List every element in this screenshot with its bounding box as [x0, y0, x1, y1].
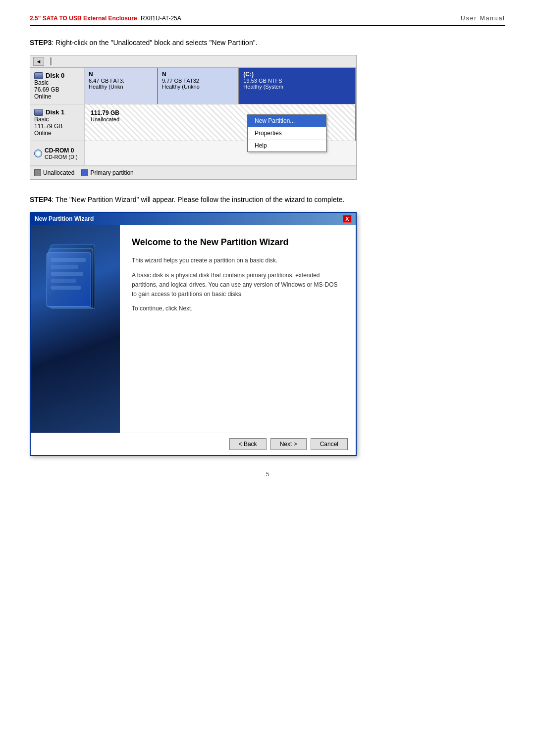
page-number: 5 — [30, 471, 505, 478]
disk1-icon — [34, 109, 43, 116]
legend-primary-label: Primary partition — [90, 169, 133, 176]
disk0-part3: (C:) 19.53 GB NTFS Healthy (System — [239, 68, 356, 104]
step4-label: STEP4 — [30, 196, 52, 203]
legend-primary-box — [81, 169, 88, 176]
disk0-p1-letter: N — [89, 71, 153, 78]
legend-unallocated: Unallocated — [34, 169, 74, 176]
disk0-size: 76.69 GB — [34, 86, 80, 93]
disk1-row: Disk 1 Basic 111.79 GB Online 111.79 GB … — [30, 104, 356, 141]
wizard-title-text: New Partition Wizard — [35, 215, 94, 222]
step3-body: : Right-click on the "Unallocated" block… — [52, 39, 257, 47]
disk0-row: Disk 0 Basic 76.69 GB Online N 6.47 GB F… — [30, 68, 356, 104]
legend-unalloc-label: Unallocated — [43, 169, 74, 176]
disk0-part1: N 6.47 GB FAT3: Healthy (Unkn — [85, 68, 158, 104]
disk1-type: Basic — [34, 116, 80, 123]
product-name: 2.5" SATA TO USB External Enclosure — [30, 15, 137, 22]
wizard-close-button[interactable]: X — [343, 215, 352, 223]
disk0-p2-health: Healthy (Unkno — [162, 84, 234, 90]
product-title: 2.5" SATA TO USB External Enclosure RX81… — [30, 15, 181, 22]
cdrom-drive-label: CD-ROM (D:) — [45, 154, 78, 160]
disk1-status: Online — [34, 130, 80, 137]
disk0-p2-size: 9.77 GB FAT32 — [162, 78, 234, 84]
disk1-size: 111.79 GB — [34, 123, 80, 130]
disk-management-window: ◄ Disk 0 Basic 76.69 GB Online N 6.47 GB… — [30, 55, 357, 180]
disk0-type: Basic — [34, 79, 80, 86]
context-menu-new-partition[interactable]: New Partition... — [248, 115, 326, 127]
legend-row: Unallocated Primary partition — [30, 166, 356, 179]
wizard-window: New Partition Wizard X — [30, 212, 357, 456]
wizard-cancel-button[interactable]: Cancel — [311, 438, 348, 450]
disk-manager-toolbar: ◄ — [30, 55, 356, 68]
step3-label: STEP3 — [30, 39, 52, 47]
disk0-p1-health: Healthy (Unkn — [89, 84, 153, 90]
wizard-back-button[interactable]: < Back — [229, 438, 267, 450]
disk0-partitions: N 6.47 GB FAT3: Healthy (Unkn N 9.77 GB … — [85, 68, 356, 104]
wizard-content: Welcome to the New Partition Wizard This… — [120, 225, 356, 433]
wizard-footer: < Back Next > Cancel — [31, 433, 356, 455]
context-menu: New Partition... Properties Help — [247, 114, 326, 152]
wizard-desc1: This wizard helps you create a partition… — [132, 256, 344, 265]
cdrom-icon — [34, 150, 42, 157]
disk0-icon — [34, 72, 43, 79]
disk-area: Disk 0 Basic 76.69 GB Online N 6.47 GB F… — [30, 68, 356, 179]
wizard-sidebar-image — [31, 225, 120, 433]
disk0-p2-letter: N — [162, 71, 234, 78]
toolbar-separator — [50, 57, 52, 65]
legend-primary: Primary partition — [81, 169, 133, 176]
manual-label: User Manual — [461, 15, 505, 22]
disk1-name: Disk 1 — [34, 108, 80, 116]
wizard-titlebar: New Partition Wizard X — [31, 213, 356, 225]
context-menu-help[interactable]: Help — [248, 140, 326, 151]
disk0-part2: N 9.77 GB FAT32 Healthy (Unkno — [158, 68, 239, 104]
wizard-next-button[interactable]: Next > — [270, 438, 307, 450]
product-code: RX81U-AT-25A — [141, 15, 181, 22]
wizard-desc2: A basic disk is a physical disk that con… — [132, 271, 344, 300]
cdrom-label: CD-ROM 0 CD-ROM (D:) — [30, 141, 85, 165]
disk0-p3-health: Healthy (System — [243, 84, 351, 90]
disk0-p3-size: 19.53 GB NTFS — [243, 78, 351, 84]
disk0-status: Online — [34, 93, 80, 100]
disk0-name: Disk 0 — [34, 72, 80, 79]
wizard-sidebar — [31, 225, 120, 433]
toolbar-back-btn[interactable]: ◄ — [33, 57, 44, 66]
step4-text: STEP4: The "New Partition Wizard" will a… — [30, 195, 505, 205]
disk0-p1-size: 6.47 GB FAT3: — [89, 78, 153, 84]
disk1-label: Disk 1 Basic 111.79 GB Online — [30, 104, 85, 141]
page-header: 2.5" SATA TO USB External Enclosure RX81… — [30, 15, 505, 26]
cdrom-name: CD-ROM 0 — [45, 147, 78, 154]
legend-unalloc-box — [34, 169, 41, 176]
disk1-partitions: 111.79 GB Unallocated New Partition... P… — [85, 104, 356, 141]
disk0-p3-letter: (C:) — [243, 71, 351, 78]
wizard-body: Welcome to the New Partition Wizard This… — [31, 225, 356, 433]
step3-text: STEP3: Right-click on the "Unallocated" … — [30, 38, 505, 48]
context-menu-properties[interactable]: Properties — [248, 127, 326, 140]
wizard-heading: Welcome to the New Partition Wizard — [132, 237, 344, 248]
step4-body: : The "New Partition Wizard" will appear… — [52, 196, 344, 203]
wizard-desc3: To continue, click Next. — [132, 304, 344, 313]
disk0-label: Disk 0 Basic 76.69 GB Online — [30, 68, 85, 104]
